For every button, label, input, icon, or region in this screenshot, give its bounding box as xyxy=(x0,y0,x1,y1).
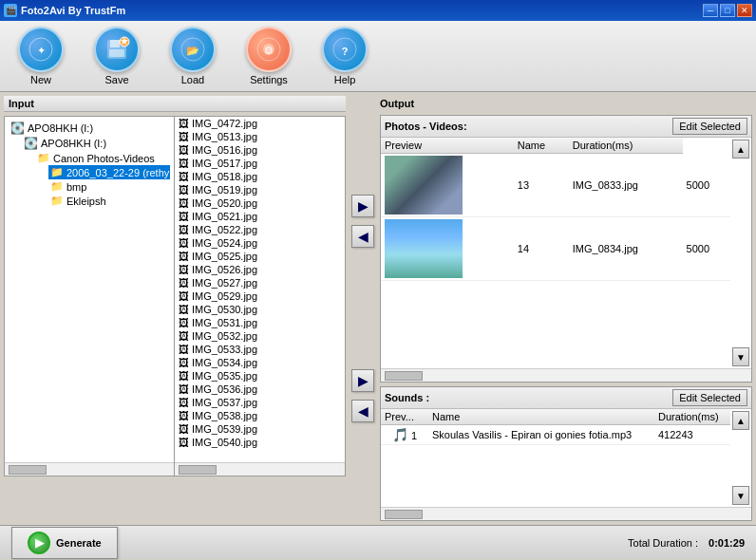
list-item[interactable]: 🖼IMG_0521.jpg xyxy=(175,210,345,223)
sound-col-duration: Duration(ms) xyxy=(654,409,730,425)
tree-item-drive2[interactable]: 💽 APO8HKH (I:) xyxy=(22,136,170,151)
sound-up-button[interactable]: ▲ xyxy=(732,411,749,430)
sounds-table-scroll[interactable]: Prev... Name Duration(ms) 🎵 1 Skoulas Va… xyxy=(381,409,730,507)
table-row[interactable]: 🎵 1 Skoulas Vasilis - Epiran oi gonies f… xyxy=(381,425,730,445)
list-item[interactable]: 🖼IMG_0533.jpg xyxy=(175,343,345,356)
list-item[interactable]: 🖼IMG_0513.jpg xyxy=(175,130,345,143)
col-duration: Duration(ms) xyxy=(569,138,683,154)
close-button[interactable]: ✕ xyxy=(737,4,752,17)
maximize-button[interactable]: □ xyxy=(720,4,735,17)
toolbar: ✦ New ★ Save 📂 Load xyxy=(0,21,756,92)
sound-down-button[interactable]: ▼ xyxy=(732,486,749,505)
list-item[interactable]: 🖼IMG_0527.jpg xyxy=(175,276,345,289)
photos-label: Photos - Videos: xyxy=(385,121,467,132)
tree-item-ekleipsh-label: Ekleipsh xyxy=(66,196,106,207)
file-name: IMG_0522.jpg xyxy=(192,224,257,235)
list-item[interactable]: 🖼IMG_0535.jpg xyxy=(175,369,345,383)
tree-area[interactable]: 💽 APO8HKH (I:) 💽 APO8HKH (I:) 📁 Canon Ph… xyxy=(5,117,174,462)
svg-text:?: ? xyxy=(342,46,349,57)
file-icon: 🖼 xyxy=(179,370,189,382)
svg-text:📂: 📂 xyxy=(186,44,199,57)
settings-button[interactable]: ⚙ Settings xyxy=(236,25,302,87)
list-item[interactable]: 🖼IMG_0538.jpg xyxy=(175,409,345,422)
col-name: Name xyxy=(514,138,569,154)
load-button[interactable]: 📂 Load xyxy=(160,25,226,87)
file-icon: 🖼 xyxy=(179,437,189,448)
list-item[interactable]: 🖼IMG_0516.jpg xyxy=(175,143,345,157)
list-item[interactable]: 🖼IMG_0537.jpg xyxy=(175,396,345,409)
file-list[interactable]: 🖼IMG_0472.jpg🖼IMG_0513.jpg🖼IMG_0516.jpg🖼… xyxy=(175,117,345,462)
list-item[interactable]: 🖼IMG_0520.jpg xyxy=(175,196,345,210)
list-item[interactable]: 🖼IMG_0517.jpg xyxy=(175,157,345,170)
list-item[interactable]: 🖼IMG_0534.jpg xyxy=(175,356,345,369)
table-row[interactable]: 13 IMG_0833.jpg 5000 xyxy=(381,154,730,217)
list-item[interactable]: 🖼IMG_0518.jpg xyxy=(175,170,345,183)
list-item[interactable]: 🖼IMG_0540.jpg xyxy=(175,436,345,449)
drive-icon2: 💽 xyxy=(24,137,38,150)
transfer-right-button[interactable]: ▶ xyxy=(351,195,374,217)
file-name: IMG_0518.jpg xyxy=(192,171,257,182)
file-name: IMG_0513.jpg xyxy=(192,131,257,142)
tree-item-folder-rethymno[interactable]: 📁 2006_03_22-29 (rethymno) xyxy=(48,165,170,179)
photo-up-button[interactable]: ▲ xyxy=(732,140,749,159)
list-item[interactable]: 🖼IMG_0529.jpg xyxy=(175,289,345,303)
photos-header: Photos - Videos: Edit Selected xyxy=(381,116,751,138)
transfer-left-sound-button[interactable]: ◀ xyxy=(351,400,374,422)
list-item[interactable]: 🖼IMG_0519.jpg xyxy=(175,183,345,196)
list-item[interactable]: 🖼IMG_0530.jpg xyxy=(175,303,345,316)
photo-down-button[interactable]: ▼ xyxy=(732,347,749,366)
window-controls: ─ □ ✕ xyxy=(703,4,752,17)
svg-rect-3 xyxy=(110,40,120,47)
file-name: IMG_0519.jpg xyxy=(192,184,257,196)
sounds-label: Sounds : xyxy=(385,392,429,403)
tree-item-canon-label: Canon Photos-Videos xyxy=(53,153,155,164)
file-icon: 🖼 xyxy=(179,397,189,408)
transfer-right-sound-button[interactable]: ▶ xyxy=(351,369,374,392)
svg-text:⚙: ⚙ xyxy=(264,45,274,56)
sounds-hscroll[interactable] xyxy=(381,507,751,520)
tree-item-folder-bmp[interactable]: 📁 bmp xyxy=(48,179,170,194)
save-button[interactable]: ★ Save xyxy=(84,25,150,87)
list-item[interactable]: 🖼IMG_0526.jpg xyxy=(175,263,345,276)
list-item[interactable]: 🖼IMG_0531.jpg xyxy=(175,316,345,329)
list-item[interactable]: 🖼IMG_0539.jpg xyxy=(175,422,345,436)
transfer-left-button[interactable]: ◀ xyxy=(351,225,374,248)
photos-table-scroll[interactable]: Preview Name Duration(ms) 13 IMG_0833.jp… xyxy=(381,138,730,368)
photos-edit-selected-button[interactable]: Edit Selected xyxy=(672,118,747,135)
tree-item-drive1[interactable]: 💽 APO8HKH (I:) xyxy=(9,121,170,136)
tree-item-folder-ekleipsh[interactable]: 📁 Ekleipsh xyxy=(48,194,170,208)
svg-text:★: ★ xyxy=(120,36,129,47)
list-item[interactable]: 🖼IMG_0524.jpg xyxy=(175,236,345,250)
settings-icon: ⚙ xyxy=(246,27,292,72)
photo-duration-cell: 5000 xyxy=(683,217,730,281)
photos-hscroll[interactable] xyxy=(381,368,751,382)
tree-item-rethymno-label: 2006_03_22-29 (rethymno) xyxy=(66,167,174,178)
right-panel: Output Photos - Videos: Edit Selected Pr… xyxy=(380,96,752,521)
sounds-side-buttons: ▲ ▼ xyxy=(730,409,751,507)
file-icon: 🖼 xyxy=(179,118,189,129)
file-name: IMG_0530.jpg xyxy=(192,304,257,315)
photo-num-cell: 14 xyxy=(514,217,569,281)
sounds-edit-selected-button[interactable]: Edit Selected xyxy=(672,389,747,406)
new-button[interactable]: ✦ New xyxy=(8,25,74,87)
list-item[interactable]: 🖼IMG_0472.jpg xyxy=(175,117,345,130)
file-icon: 🖼 xyxy=(179,383,189,395)
files-hscroll[interactable] xyxy=(175,462,345,476)
list-item[interactable]: 🖼IMG_0525.jpg xyxy=(175,250,345,263)
file-name: IMG_0517.jpg xyxy=(192,158,257,169)
help-button[interactable]: ? Help xyxy=(312,25,378,87)
folder-icon-rethymno: 📁 xyxy=(50,166,64,178)
sound-col-prev: Prev... xyxy=(381,409,428,425)
tree-item-folder-canon[interactable]: 📁 Canon Photos-Videos xyxy=(35,151,170,165)
minimize-button[interactable]: ─ xyxy=(703,4,718,17)
generate-button[interactable]: ▶ Generate xyxy=(11,527,118,559)
file-icon: 🖼 xyxy=(179,158,189,169)
list-item[interactable]: 🖼IMG_0536.jpg xyxy=(175,383,345,396)
table-row[interactable]: 14 IMG_0834.jpg 5000 xyxy=(381,217,730,281)
tree-hscroll[interactable] xyxy=(5,462,174,476)
list-item[interactable]: 🖼IMG_0532.jpg xyxy=(175,329,345,343)
total-value: 0:01:29 xyxy=(709,537,745,549)
list-item[interactable]: 🖼IMG_0522.jpg xyxy=(175,223,345,236)
new-label: New xyxy=(30,74,51,85)
app-icon: 🎬 xyxy=(4,4,17,17)
